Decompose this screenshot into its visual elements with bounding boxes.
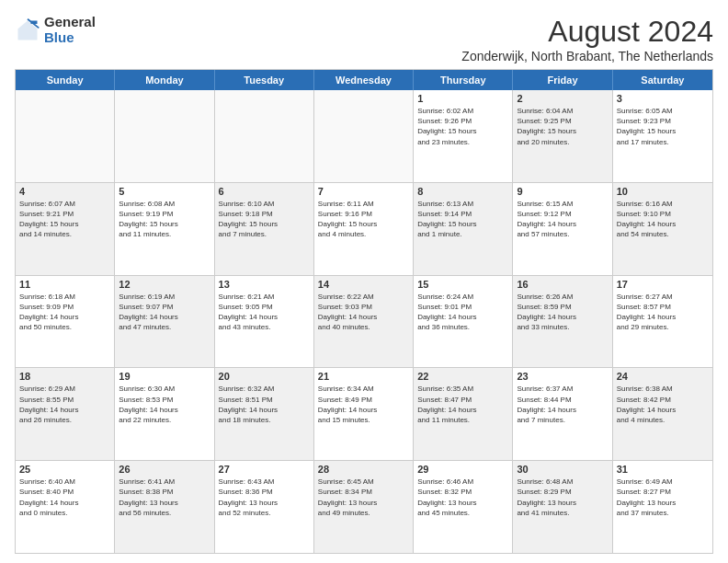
day-cell-12: 12Sunrise: 6:19 AM Sunset: 9:07 PM Dayli…	[115, 276, 214, 368]
day-info: Sunrise: 6:35 AM Sunset: 8:47 PM Dayligh…	[417, 384, 508, 425]
day-number: 28	[318, 464, 409, 475]
day-number: 9	[517, 186, 608, 197]
day-cell-19: 19Sunrise: 6:30 AM Sunset: 8:53 PM Dayli…	[115, 368, 214, 460]
weekday-header-sunday: Sunday	[16, 70, 115, 90]
day-info: Sunrise: 6:02 AM Sunset: 9:26 PM Dayligh…	[417, 106, 508, 147]
day-info: Sunrise: 6:40 AM Sunset: 8:40 PM Dayligh…	[19, 477, 110, 518]
day-info: Sunrise: 6:38 AM Sunset: 8:42 PM Dayligh…	[617, 384, 709, 425]
weekday-header-saturday: Saturday	[613, 70, 712, 90]
calendar-header: SundayMondayTuesdayWednesdayThursdayFrid…	[16, 70, 712, 90]
day-cell-7: 7Sunrise: 6:11 AM Sunset: 9:16 PM Daylig…	[314, 183, 414, 275]
day-info: Sunrise: 6:08 AM Sunset: 9:19 PM Dayligh…	[119, 199, 210, 240]
calendar-row-1: 4Sunrise: 6:07 AM Sunset: 9:21 PM Daylig…	[16, 182, 712, 275]
day-number: 21	[318, 371, 409, 382]
day-cell-4: 4Sunrise: 6:07 AM Sunset: 9:21 PM Daylig…	[16, 183, 115, 275]
day-cell-25: 25Sunrise: 6:40 AM Sunset: 8:40 PM Dayli…	[16, 461, 115, 553]
day-number: 15	[417, 279, 508, 290]
day-info: Sunrise: 6:10 AM Sunset: 9:18 PM Dayligh…	[219, 199, 310, 240]
logo: General Blue	[15, 15, 96, 45]
calendar-row-0: 1Sunrise: 6:02 AM Sunset: 9:26 PM Daylig…	[16, 90, 712, 182]
day-cell-20: 20Sunrise: 6:32 AM Sunset: 8:51 PM Dayli…	[215, 368, 314, 460]
day-number: 25	[19, 464, 110, 475]
day-number: 19	[119, 371, 210, 382]
day-cell-29: 29Sunrise: 6:46 AM Sunset: 8:32 PM Dayli…	[414, 461, 513, 553]
day-number: 24	[617, 371, 709, 382]
day-info: Sunrise: 6:22 AM Sunset: 9:03 PM Dayligh…	[318, 292, 409, 333]
day-cell-28: 28Sunrise: 6:45 AM Sunset: 8:34 PM Dayli…	[314, 461, 414, 553]
day-info: Sunrise: 6:43 AM Sunset: 8:36 PM Dayligh…	[219, 477, 310, 518]
day-number: 3	[617, 93, 709, 104]
calendar-row-2: 11Sunrise: 6:18 AM Sunset: 9:09 PM Dayli…	[16, 275, 712, 368]
day-number: 6	[219, 186, 310, 197]
day-cell-10: 10Sunrise: 6:16 AM Sunset: 9:10 PM Dayli…	[613, 183, 712, 275]
day-cell-11: 11Sunrise: 6:18 AM Sunset: 9:09 PM Dayli…	[16, 276, 115, 368]
day-cell-3: 3Sunrise: 6:05 AM Sunset: 9:23 PM Daylig…	[613, 90, 712, 182]
day-number: 27	[219, 464, 310, 475]
day-info: Sunrise: 6:46 AM Sunset: 8:32 PM Dayligh…	[417, 477, 508, 518]
day-number: 22	[417, 371, 508, 382]
day-number: 30	[517, 464, 608, 475]
day-cell-21: 21Sunrise: 6:34 AM Sunset: 8:49 PM Dayli…	[314, 368, 414, 460]
day-info: Sunrise: 6:41 AM Sunset: 8:38 PM Dayligh…	[119, 477, 210, 518]
day-info: Sunrise: 6:05 AM Sunset: 9:23 PM Dayligh…	[617, 106, 709, 147]
day-number: 17	[617, 279, 709, 290]
day-info: Sunrise: 6:21 AM Sunset: 9:05 PM Dayligh…	[219, 292, 310, 333]
day-cell-24: 24Sunrise: 6:38 AM Sunset: 8:42 PM Dayli…	[613, 368, 712, 460]
day-cell-27: 27Sunrise: 6:43 AM Sunset: 8:36 PM Dayli…	[215, 461, 314, 553]
day-cell-16: 16Sunrise: 6:26 AM Sunset: 8:59 PM Dayli…	[513, 276, 612, 368]
day-cell-31: 31Sunrise: 6:49 AM Sunset: 8:27 PM Dayli…	[613, 461, 712, 553]
day-number: 1	[417, 93, 508, 104]
logo-general: General	[44, 15, 96, 30]
day-number: 18	[19, 371, 110, 382]
calendar-row-3: 18Sunrise: 6:29 AM Sunset: 8:55 PM Dayli…	[16, 367, 712, 460]
day-info: Sunrise: 6:11 AM Sunset: 9:16 PM Dayligh…	[318, 199, 409, 240]
empty-cell	[16, 90, 115, 182]
day-number: 29	[417, 464, 508, 475]
day-info: Sunrise: 6:13 AM Sunset: 9:14 PM Dayligh…	[417, 199, 508, 240]
title-location: Zonderwijk, North Brabant, The Netherlan…	[461, 49, 713, 63]
day-info: Sunrise: 6:32 AM Sunset: 8:51 PM Dayligh…	[219, 384, 310, 425]
day-info: Sunrise: 6:16 AM Sunset: 9:10 PM Dayligh…	[617, 199, 709, 240]
logo-blue: Blue	[44, 30, 96, 46]
day-number: 12	[119, 279, 210, 290]
day-cell-15: 15Sunrise: 6:24 AM Sunset: 9:01 PM Dayli…	[414, 276, 513, 368]
page: General Blue August 2024 Zonderwijk, Nor…	[0, 0, 728, 563]
weekday-header-thursday: Thursday	[414, 70, 513, 90]
empty-cell	[115, 90, 214, 182]
day-info: Sunrise: 6:37 AM Sunset: 8:44 PM Dayligh…	[517, 384, 608, 425]
day-info: Sunrise: 6:29 AM Sunset: 8:55 PM Dayligh…	[19, 384, 110, 425]
day-info: Sunrise: 6:24 AM Sunset: 9:01 PM Dayligh…	[417, 292, 508, 333]
day-info: Sunrise: 6:04 AM Sunset: 9:25 PM Dayligh…	[517, 106, 608, 147]
day-info: Sunrise: 6:30 AM Sunset: 8:53 PM Dayligh…	[119, 384, 210, 425]
day-cell-1: 1Sunrise: 6:02 AM Sunset: 9:26 PM Daylig…	[414, 90, 513, 182]
weekday-header-wednesday: Wednesday	[314, 70, 414, 90]
weekday-header-tuesday: Tuesday	[215, 70, 314, 90]
calendar-row-4: 25Sunrise: 6:40 AM Sunset: 8:40 PM Dayli…	[16, 460, 712, 553]
day-info: Sunrise: 6:15 AM Sunset: 9:12 PM Dayligh…	[517, 199, 608, 240]
calendar-body: 1Sunrise: 6:02 AM Sunset: 9:26 PM Daylig…	[16, 90, 712, 553]
day-number: 11	[19, 279, 110, 290]
day-cell-6: 6Sunrise: 6:10 AM Sunset: 9:18 PM Daylig…	[215, 183, 314, 275]
day-cell-2: 2Sunrise: 6:04 AM Sunset: 9:25 PM Daylig…	[513, 90, 612, 182]
day-info: Sunrise: 6:45 AM Sunset: 8:34 PM Dayligh…	[318, 477, 409, 518]
day-number: 23	[517, 371, 608, 382]
day-number: 2	[517, 93, 608, 104]
header: General Blue August 2024 Zonderwijk, Nor…	[15, 15, 713, 63]
day-number: 4	[19, 186, 110, 197]
empty-cell	[314, 90, 414, 182]
day-info: Sunrise: 6:34 AM Sunset: 8:49 PM Dayligh…	[318, 384, 409, 425]
title-block: August 2024 Zonderwijk, North Brabant, T…	[461, 15, 713, 63]
title-month: August 2024	[461, 15, 713, 49]
day-cell-8: 8Sunrise: 6:13 AM Sunset: 9:14 PM Daylig…	[414, 183, 513, 275]
day-number: 7	[318, 186, 409, 197]
day-cell-22: 22Sunrise: 6:35 AM Sunset: 8:47 PM Dayli…	[414, 368, 513, 460]
day-cell-14: 14Sunrise: 6:22 AM Sunset: 9:03 PM Dayli…	[314, 276, 414, 368]
empty-cell	[215, 90, 314, 182]
day-number: 8	[417, 186, 508, 197]
day-info: Sunrise: 6:18 AM Sunset: 9:09 PM Dayligh…	[19, 292, 110, 333]
day-number: 14	[318, 279, 409, 290]
day-number: 26	[119, 464, 210, 475]
day-info: Sunrise: 6:27 AM Sunset: 8:57 PM Dayligh…	[617, 292, 709, 333]
day-cell-23: 23Sunrise: 6:37 AM Sunset: 8:44 PM Dayli…	[513, 368, 612, 460]
day-cell-9: 9Sunrise: 6:15 AM Sunset: 9:12 PM Daylig…	[513, 183, 612, 275]
